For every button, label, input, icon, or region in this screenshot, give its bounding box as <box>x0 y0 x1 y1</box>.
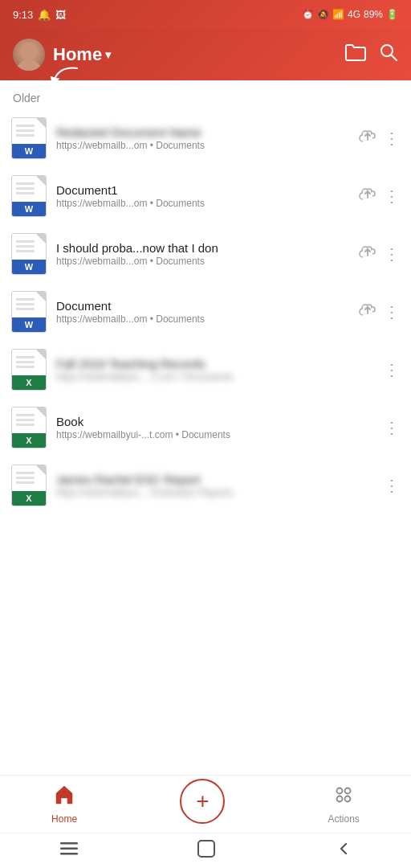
file-name: Document1 <box>56 183 348 197</box>
file-name: I should proba...now that I don <box>56 241 348 255</box>
bottom-nav: Home + Actions <box>0 775 411 833</box>
signal-label: 4G <box>348 9 360 20</box>
more-options-icon[interactable]: ⋮ <box>384 418 400 437</box>
menu-icon[interactable] <box>60 842 78 859</box>
file-actions: ⋮ <box>358 244 400 264</box>
list-item[interactable]: W Redacted Document Name https://webmail… <box>0 109 411 167</box>
svg-point-1 <box>16 59 42 71</box>
word-doc-icon: W <box>11 233 47 275</box>
file-meta: https://webmailb...om • Documents <box>56 256 348 267</box>
avatar-image <box>13 39 45 71</box>
battery-label: 89% <box>364 9 383 20</box>
excel-doc-icon: X <box>11 407 47 448</box>
file-name: James Rachel ESC Report <box>56 473 374 486</box>
svg-line-3 <box>392 55 397 61</box>
file-actions: ⋮ <box>384 418 400 437</box>
status-right: ⏰ 🔕 📶 4G 89% 🔋 <box>302 9 398 20</box>
cloud-upload-icon[interactable] <box>358 186 377 207</box>
excel-doc-icon: X <box>11 349 47 391</box>
svg-rect-9 <box>60 848 78 850</box>
file-name: Redacted Document Name <box>56 125 348 139</box>
file-actions: ⋮ <box>358 129 400 149</box>
plus-icon: + <box>196 788 209 814</box>
wifi-icon: 📶 <box>332 9 344 20</box>
search-icon[interactable] <box>379 43 398 67</box>
home-nav-label: Home <box>51 813 77 825</box>
more-options-icon[interactable]: ⋮ <box>384 360 400 379</box>
file-actions: ⋮ <box>384 360 400 379</box>
file-info: Book https://webmailbyui-...t.com • Docu… <box>56 415 374 440</box>
more-options-icon[interactable]: ⋮ <box>384 186 400 206</box>
chevron-down-icon: ▾ <box>105 48 111 61</box>
cloud-upload-icon[interactable] <box>358 129 377 149</box>
file-name: Book <box>56 415 374 428</box>
excel-doc-icon: X <box>11 465 47 506</box>
header: Home ▾ <box>0 29 411 80</box>
battery-icon: 🔋 <box>386 9 398 20</box>
svg-point-5 <box>345 788 351 794</box>
file-info: Document https://webmailb...om • Documen… <box>56 299 348 325</box>
file-meta: https://webmailb...om • Documents <box>56 198 348 209</box>
file-actions: ⋮ <box>358 302 400 322</box>
svg-point-4 <box>337 788 343 794</box>
header-title[interactable]: Home ▾ <box>53 44 111 65</box>
home-icon <box>53 784 75 812</box>
svg-rect-8 <box>60 842 78 845</box>
file-meta: https://webmailbyui.... Evaluation Repor… <box>56 487 374 498</box>
file-info: Redacted Document Name https://webmailb.… <box>56 125 348 151</box>
word-doc-icon: W <box>11 117 47 159</box>
time: 9:13 <box>13 9 33 21</box>
android-nav-bar <box>0 833 411 868</box>
file-name: Document <box>56 299 348 313</box>
svg-point-6 <box>337 796 343 802</box>
list-item[interactable]: W I should proba...now that I don https:… <box>0 225 411 283</box>
list-item[interactable]: X James Rachel ESC Report https://webmai… <box>0 457 411 514</box>
status-bar: 9:13 🔔 🖼 ⏰ 🔕 📶 4G 89% 🔋 <box>0 0 411 29</box>
file-meta: https://webmailb...om • Documents <box>56 313 348 325</box>
list-item[interactable]: X Fall 2019 Teaching Records https://web… <box>0 341 411 399</box>
svg-point-7 <box>345 796 351 802</box>
notification-icon: 🔔 <box>38 9 51 21</box>
svg-rect-11 <box>198 841 214 857</box>
back-button[interactable] <box>335 841 351 861</box>
status-time: 9:13 🔔 🖼 <box>13 9 66 21</box>
cloud-upload-icon[interactable] <box>358 302 377 322</box>
file-list: Older W Redacted Document Name https://w… <box>0 80 411 514</box>
more-options-icon[interactable]: ⋮ <box>384 129 400 148</box>
word-doc-icon: W <box>11 175 47 217</box>
file-meta: https://webmailb...om • Documents <box>56 140 348 151</box>
actions-nav-label: Actions <box>328 813 360 825</box>
cloud-upload-icon[interactable] <box>358 244 377 264</box>
svg-rect-10 <box>60 853 78 855</box>
home-button[interactable] <box>197 840 215 862</box>
list-item[interactable]: W Document https://webmailb...om • Docum… <box>0 283 411 341</box>
nav-actions[interactable]: Actions <box>328 784 360 825</box>
header-left: Home ▾ <box>13 39 111 71</box>
file-info: Fall 2019 Teaching Records https://webma… <box>56 357 374 383</box>
list-item[interactable]: W Document1 https://webmailb...om • Docu… <box>0 167 411 225</box>
more-options-icon[interactable]: ⋮ <box>384 244 400 264</box>
word-doc-icon: W <box>11 291 47 333</box>
header-icons <box>345 43 398 67</box>
image-icon: 🖼 <box>55 9 66 21</box>
file-meta: https://webmailbyui-....t.com • Document… <box>56 371 374 383</box>
file-actions: ⋮ <box>384 476 400 495</box>
more-options-icon[interactable]: ⋮ <box>384 476 400 495</box>
avatar[interactable] <box>13 39 45 71</box>
more-options-icon[interactable]: ⋮ <box>384 302 400 321</box>
svg-point-0 <box>22 44 36 59</box>
file-info: I should proba...now that I don https://… <box>56 241 348 267</box>
file-actions: ⋮ <box>358 186 400 207</box>
fab-add-button[interactable]: + <box>180 779 225 824</box>
actions-icon <box>332 784 355 812</box>
mute-icon: 🔕 <box>317 9 329 20</box>
file-name: Fall 2019 Teaching Records <box>56 357 374 371</box>
list-item[interactable]: X Book https://webmailbyui-...t.com • Do… <box>0 399 411 457</box>
file-info: Document1 https://webmailb...om • Docume… <box>56 183 348 209</box>
nav-home[interactable]: Home <box>51 784 77 825</box>
section-older-label: Older <box>0 80 411 109</box>
folder-icon[interactable] <box>345 43 366 66</box>
file-info: James Rachel ESC Report https://webmailb… <box>56 473 374 498</box>
alarm-icon: ⏰ <box>302 9 314 20</box>
file-meta: https://webmailbyui-...t.com • Documents <box>56 429 374 440</box>
